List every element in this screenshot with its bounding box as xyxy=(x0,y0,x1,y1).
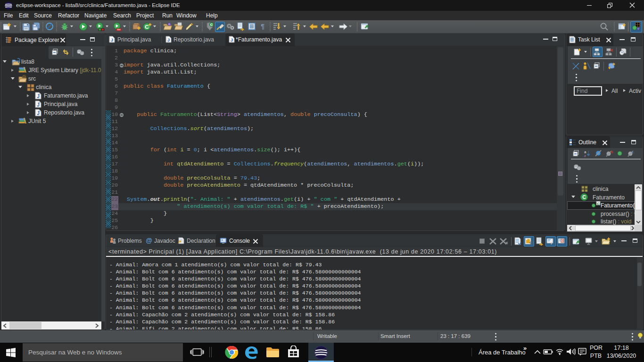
svg-text:J: J xyxy=(111,37,113,42)
svg-text:z: z xyxy=(584,154,586,157)
svg-text:J: J xyxy=(37,111,40,116)
svg-text:J: J xyxy=(37,102,40,107)
svg-text:C: C xyxy=(145,24,149,30)
svg-text:S: S xyxy=(611,150,613,154)
svg-text:J: J xyxy=(37,94,40,99)
svg-text:@: @ xyxy=(146,237,152,244)
svg-text:C: C xyxy=(597,202,600,206)
svg-text:C: C xyxy=(582,194,586,200)
svg-text:C: C xyxy=(210,23,213,27)
svg-text:J: J xyxy=(167,37,170,42)
svg-text:L: L xyxy=(632,150,635,154)
svg-text:J: J xyxy=(231,37,233,42)
